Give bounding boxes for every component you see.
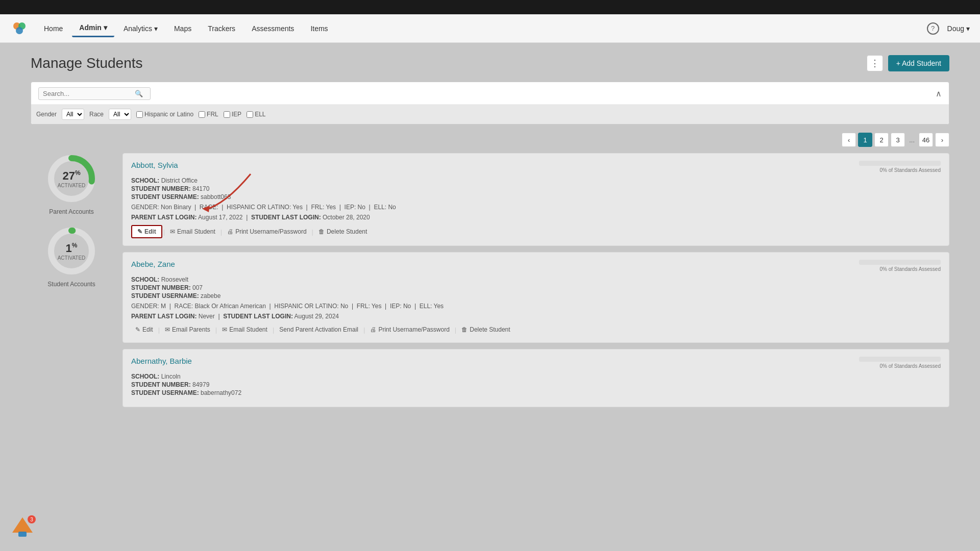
print-button-abbott[interactable]: 🖨 Print Username/Password — [223, 226, 310, 237]
send-activation-button-abebe[interactable]: Send Parent Activation Email — [275, 324, 362, 335]
student-actions-abbott: ✎ Edit | ✉ Email Student | 🖨 Print Usern… — [131, 225, 941, 238]
page-3-button[interactable]: 3 — [891, 133, 905, 147]
nav-maps[interactable]: Maps — [167, 20, 199, 37]
standards-bar-abebe: 0% of Standards Assessed — [859, 260, 941, 272]
nav-home[interactable]: Home — [37, 20, 70, 37]
student-actions-abebe: ✎ Edit | ✉ Email Parents | ✉ Email Stude… — [131, 324, 941, 335]
svg-point-2 — [16, 27, 23, 34]
email-student-icon: ✉ — [222, 326, 227, 333]
search-row: 🔍 ∧ — [38, 87, 942, 100]
page-title: Manage Students — [31, 55, 143, 71]
edit-button-abebe[interactable]: ✎ Edit — [131, 324, 157, 335]
frl-checkbox-label[interactable]: FRL — [199, 111, 218, 118]
standards-label-abbott: 0% of Standards Assessed — [859, 167, 941, 173]
student-card-abebe: Abebe, Zane 0% of Standards Assessed SCH… — [122, 252, 949, 343]
standards-bar-abbott: 0% of Standards Assessed — [859, 161, 941, 173]
parent-donut-text: 27% ACTIVATED — [58, 169, 86, 188]
more-options-button[interactable]: ⋮ — [867, 55, 883, 71]
next-page-button[interactable]: › — [935, 133, 949, 147]
add-student-button[interactable]: + Add Student — [888, 55, 949, 71]
page-1-button[interactable]: 1 — [858, 133, 872, 147]
ell-checkbox-label[interactable]: ELL — [247, 111, 265, 118]
ell-checkbox[interactable] — [247, 111, 253, 118]
student-accounts-label: Student Accounts — [31, 281, 112, 288]
student-donut-chart: 1% ACTIVATED — [46, 226, 97, 277]
filter-row: Gender All Race All Hispanic or Latino F… — [31, 104, 949, 124]
email-student-button-abbott[interactable]: ✉ Email Student — [166, 226, 219, 237]
analytics-chevron-icon: ▾ — [154, 24, 158, 33]
nav-admin[interactable]: Admin ▾ — [72, 19, 114, 37]
logo[interactable] — [10, 19, 29, 38]
parent-donut-chart: 27% ACTIVATED — [46, 153, 97, 204]
navbar: Home Admin ▾ Analytics ▾ Maps Trackers A… — [0, 14, 980, 43]
student-info-abbott: SCHOOL: District Office STUDENT NUMBER: … — [131, 177, 941, 201]
race-select[interactable]: All — [109, 109, 131, 120]
trash-icon: 🗑 — [318, 228, 325, 235]
search-container: 🔍 ∧ Gender All Race All Hispanic or Lati… — [31, 82, 949, 124]
gender-label: Gender — [36, 111, 57, 118]
user-menu[interactable]: Doug ▾ — [947, 24, 970, 33]
student-header-abbott: Abbott, Sylvia 0% of Standards Assessed — [131, 161, 941, 173]
stats-sidebar: 27% ACTIVATED Parent Accounts 1% ACTIVAT… — [31, 153, 112, 413]
hispanic-checkbox-label[interactable]: Hispanic or Latino — [136, 111, 193, 118]
student-list: Abbott, Sylvia 0% of Standards Assessed … — [122, 153, 949, 413]
email-parents-icon: ✉ — [165, 326, 170, 333]
email-student-button-abebe[interactable]: ✉ Email Student — [218, 324, 272, 335]
admin-chevron-icon: ▾ — [104, 23, 107, 32]
svg-rect-9 — [18, 532, 27, 537]
nav-assessments[interactable]: Assessments — [244, 20, 301, 37]
standards-bar-track-abernathy — [859, 357, 941, 362]
iep-checkbox-label[interactable]: IEP — [224, 111, 241, 118]
nav-analytics[interactable]: Analytics ▾ — [116, 20, 165, 37]
page-46-button[interactable]: 46 — [919, 133, 933, 147]
page-header: Manage Students ⋮ + Add Student — [31, 55, 949, 71]
collapse-button[interactable]: ∧ — [936, 89, 942, 98]
frl-checkbox[interactable] — [199, 111, 205, 118]
search-input-wrap: 🔍 — [38, 87, 151, 100]
pencil-icon: ✎ — [137, 228, 142, 235]
search-icon: 🔍 — [135, 90, 143, 97]
student-card-abbott: Abbott, Sylvia 0% of Standards Assessed … — [122, 153, 949, 246]
printer-icon: 🖨 — [227, 228, 233, 235]
student-name-abbott[interactable]: Abbott, Sylvia — [131, 161, 178, 169]
standards-bar-abernathy: 0% of Standards Assessed — [859, 357, 941, 369]
gender-select[interactable]: All — [62, 109, 84, 120]
nav-items: Home Admin ▾ Analytics ▾ Maps Trackers A… — [37, 19, 927, 37]
student-header-abernathy: Abernathy, Barbie 0% of Standards Assess… — [131, 357, 941, 369]
page-ellipsis: ... — [907, 136, 917, 144]
student-header-abebe: Abebe, Zane 0% of Standards Assessed — [131, 260, 941, 272]
trash-icon-abebe: 🗑 — [461, 326, 468, 333]
content-layout: 27% ACTIVATED Parent Accounts 1% ACTIVAT… — [31, 153, 949, 413]
prev-page-button[interactable]: ‹ — [842, 133, 856, 147]
user-chevron-icon: ▾ — [966, 24, 970, 33]
printer-icon-abebe: 🖨 — [370, 326, 376, 333]
student-name-abebe[interactable]: Abebe, Zane — [131, 260, 175, 268]
email-parents-button-abebe[interactable]: ✉ Email Parents — [161, 324, 214, 335]
print-button-abebe[interactable]: 🖨 Print Username/Password — [366, 324, 453, 335]
edit-button-abbott[interactable]: ✎ Edit — [131, 225, 162, 238]
student-login-abebe: PARENT LAST LOGIN: Never | STUDENT LAST … — [131, 313, 941, 320]
top-bar — [0, 0, 980, 14]
student-demo-abbott: GENDER: Non Binary | RACE: | HISPANIC OR… — [131, 204, 941, 211]
page-2-button[interactable]: 2 — [874, 133, 889, 147]
username-label: Doug — [947, 24, 964, 33]
student-accounts-stat: 1% ACTIVATED Student Accounts — [31, 226, 112, 288]
main-content: Manage Students ⋮ + Add Student 🔍 ∧ Gend… — [0, 43, 980, 551]
nav-trackers[interactable]: Trackers — [201, 20, 242, 37]
hispanic-checkbox[interactable] — [136, 111, 143, 118]
student-demo-abebe: GENDER: M | RACE: Black Or African Ameri… — [131, 303, 941, 310]
search-input[interactable] — [43, 90, 135, 97]
bottom-widget[interactable]: 3 — [10, 515, 36, 541]
standards-label-abebe: 0% of Standards Assessed — [859, 266, 941, 272]
delete-button-abbott[interactable]: 🗑 Delete Student — [314, 226, 371, 237]
header-actions: ⋮ + Add Student — [867, 55, 949, 71]
student-name-abernathy[interactable]: Abernathy, Barbie — [131, 357, 192, 365]
nav-items[interactable]: Items — [303, 20, 335, 37]
student-info-abernathy: SCHOOL: Lincoln STUDENT NUMBER: 84979 ST… — [131, 373, 941, 396]
iep-checkbox[interactable] — [224, 111, 230, 118]
help-button[interactable]: ? — [927, 22, 939, 35]
delete-button-abebe[interactable]: 🗑 Delete Student — [457, 324, 514, 335]
parent-accounts-label: Parent Accounts — [31, 208, 112, 215]
standards-bar-track — [859, 161, 941, 166]
student-card-abernathy: Abernathy, Barbie 0% of Standards Assess… — [122, 349, 949, 407]
